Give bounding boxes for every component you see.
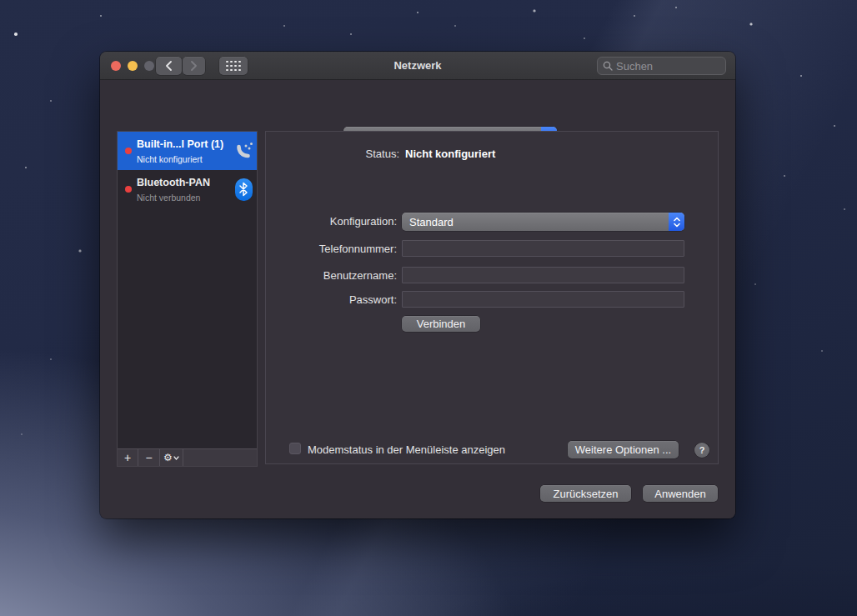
service-detail-panel: Status: Nicht konfiguriert Konfiguration… <box>265 131 719 464</box>
anwenden-button[interactable]: Anwenden <box>643 485 718 502</box>
sidebar-item-builtin-port[interactable]: Built-in...l Port (1) Nicht konfiguriert <box>118 132 257 170</box>
desktop-background: Netzwerk Umgebung: Automatisch <box>0 0 857 616</box>
search-input[interactable] <box>616 60 708 73</box>
konfiguration-popup-value: Standard <box>409 216 454 228</box>
service-name: Built-in...l Port (1) <box>137 138 223 150</box>
service-status: Nicht konfiguriert <box>137 154 203 164</box>
service-actions-menu-button[interactable]: ⚙ <box>160 449 183 466</box>
titlebar[interactable]: Netzwerk <box>100 52 735 80</box>
modemstatus-checkbox[interactable] <box>289 443 301 454</box>
konfiguration-label: Konfiguration: <box>266 215 397 228</box>
status-label: Status: <box>266 148 399 160</box>
services-sidebar: Built-in...l Port (1) Nicht konfiguriert <box>117 131 258 467</box>
add-service-button[interactable]: + <box>118 449 138 466</box>
telefonnummer-label: Telefonnummer: <box>266 243 397 255</box>
plus-icon: + <box>124 451 131 464</box>
search-field[interactable] <box>597 57 726 75</box>
konfiguration-popup[interactable]: Standard <box>402 213 684 231</box>
benutzername-input[interactable] <box>402 267 684 283</box>
zuruecksetzen-button[interactable]: Zurücksetzen <box>540 485 631 502</box>
passwort-label: Passwort: <box>266 293 397 306</box>
modem-phone-icon <box>230 139 257 163</box>
minus-icon: − <box>145 451 152 464</box>
popup-arrows-icon <box>669 213 684 231</box>
status-dot-red <box>125 148 132 154</box>
sidebar-action-bar: + − ⚙ <box>118 448 257 466</box>
help-button[interactable]: ? <box>694 443 709 458</box>
status-dot-red <box>125 186 132 193</box>
bluetooth-icon <box>235 178 253 201</box>
gear-icon: ⚙ <box>163 452 173 463</box>
sidebar-action-bar-spacer <box>183 449 257 466</box>
service-name: Bluetooth-PAN <box>137 177 210 188</box>
network-preferences-window: Netzwerk Umgebung: Automatisch <box>100 52 735 518</box>
stars <box>0 0 2 2</box>
search-icon <box>603 61 613 71</box>
modemstatus-checkbox-label: Modemstatus in der Menüleiste anzeigen <box>308 443 505 456</box>
chevron-down-icon <box>173 456 179 460</box>
sidebar-item-bluetooth-pan[interactable]: Bluetooth-PAN Nicht verbunden <box>118 170 257 208</box>
remove-service-button[interactable]: − <box>138 449 160 466</box>
service-status: Nicht verbunden <box>137 193 200 203</box>
benutzername-label: Benutzername: <box>266 269 397 282</box>
weitere-optionen-button[interactable]: Weitere Optionen ... <box>568 441 679 458</box>
status-value: Nicht konfiguriert <box>405 148 495 160</box>
window-content: Umgebung: Automatisch Built-in...l Port … <box>100 80 735 518</box>
verbinden-button[interactable]: Verbinden <box>402 316 480 332</box>
passwort-input[interactable] <box>402 291 684 308</box>
telefonnummer-input[interactable] <box>402 240 684 257</box>
